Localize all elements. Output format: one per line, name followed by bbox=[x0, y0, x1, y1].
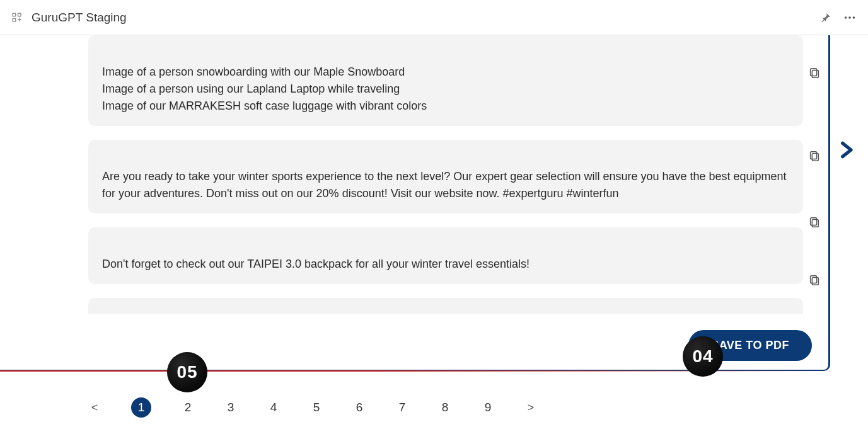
svg-rect-1 bbox=[18, 13, 21, 16]
apps-grid-icon[interactable] bbox=[11, 12, 23, 23]
copy-icon[interactable] bbox=[806, 64, 823, 82]
pagination: < 1 2 3 4 5 6 7 8 9 > bbox=[88, 394, 830, 421]
main-panel: Image of a person snowboarding with our … bbox=[0, 35, 830, 371]
copy-button-column bbox=[806, 35, 826, 370]
copy-icon[interactable] bbox=[806, 214, 823, 231]
svg-rect-11 bbox=[811, 152, 817, 159]
svg-rect-13 bbox=[811, 218, 817, 225]
svg-rect-0 bbox=[13, 13, 16, 16]
app-header: GuruGPT Staging bbox=[0, 0, 868, 35]
svg-point-5 bbox=[845, 16, 847, 19]
pagination-page[interactable]: 8 bbox=[439, 401, 451, 414]
pagination-page[interactable]: 6 bbox=[353, 401, 366, 414]
copy-icon[interactable] bbox=[806, 271, 823, 289]
svg-rect-14 bbox=[812, 277, 818, 285]
pin-icon[interactable] bbox=[819, 11, 833, 25]
pagination-page[interactable]: 4 bbox=[267, 401, 280, 414]
message-card: Don't forget to check out our TAIPEI 3.0… bbox=[88, 227, 803, 284]
svg-rect-12 bbox=[812, 219, 818, 227]
pagination-page[interactable]: 3 bbox=[224, 401, 237, 414]
pagination-page[interactable]: 9 bbox=[482, 401, 494, 414]
chevron-right-icon[interactable] bbox=[835, 136, 857, 164]
svg-point-7 bbox=[853, 16, 855, 19]
svg-rect-10 bbox=[812, 153, 818, 161]
pagination-page[interactable]: 5 bbox=[310, 401, 323, 414]
pagination-page[interactable]: 7 bbox=[396, 401, 408, 414]
svg-rect-2 bbox=[13, 18, 16, 21]
message-list: Image of a person snowboarding with our … bbox=[88, 35, 803, 314]
svg-rect-8 bbox=[812, 70, 818, 77]
step-badge-05: 05 bbox=[167, 352, 207, 392]
pagination-page[interactable]: 2 bbox=[182, 401, 194, 414]
message-card: Image of a person snowboarding with our … bbox=[88, 35, 803, 126]
pagination-page[interactable]: 1 bbox=[131, 397, 151, 418]
copy-icon[interactable] bbox=[806, 147, 823, 165]
svg-rect-15 bbox=[811, 276, 817, 283]
step-badge-04: 04 bbox=[683, 336, 723, 377]
svg-rect-9 bbox=[811, 69, 817, 76]
svg-point-6 bbox=[848, 16, 851, 19]
message-text: Don't forget to check out our TAIPEI 3.0… bbox=[102, 258, 529, 270]
app-title: GuruGPT Staging bbox=[32, 11, 127, 25]
pagination-prev[interactable]: < bbox=[88, 401, 101, 414]
pagination-next[interactable]: > bbox=[524, 401, 537, 414]
content-area: Image of a person snowboarding with our … bbox=[0, 35, 868, 439]
message-text: Are you ready to take your winter sports… bbox=[102, 170, 787, 200]
message-text: Image of a person snowboarding with our … bbox=[102, 66, 427, 112]
more-horizontal-icon[interactable] bbox=[843, 11, 857, 25]
message-card: Are you ready to take your winter sports… bbox=[88, 140, 803, 214]
message-card: instagram bbox=[88, 298, 803, 314]
